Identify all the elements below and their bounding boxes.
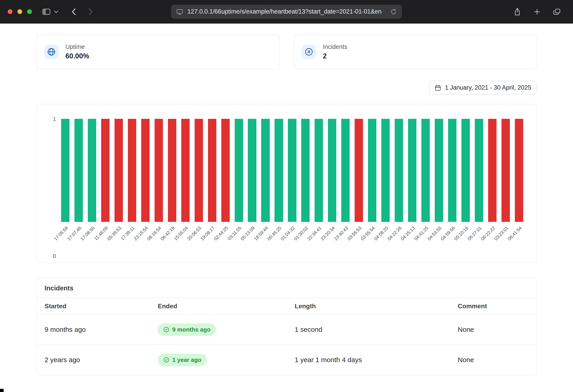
heartbeat-bar-down[interactable] [155,119,163,222]
bar-column [125,119,139,222]
heartbeat-bar-up[interactable] [74,119,83,222]
heartbeat-bar-up[interactable] [395,119,403,222]
heartbeat-bar-up[interactable] [435,119,443,222]
bar-column [365,119,379,222]
incidents-rows: 9 months ago9 months ago1 secondNone2 ye… [37,314,536,375]
heartbeat-bar-down[interactable] [221,119,230,222]
heartbeat-bar-down[interactable] [208,119,216,222]
back-button[interactable] [71,8,76,16]
heartbeat-chart-card: 1 0 17:05:5917:07:4617:08:5511:46:0905:3… [36,104,537,263]
incident-comment: None [458,326,528,333]
forward-button[interactable] [88,8,93,16]
heartbeat-bar-up[interactable] [248,119,256,222]
date-range-button[interactable]: 1 January, 2021 - 30 April, 2025 [429,81,537,95]
heartbeat-bar-up[interactable] [368,119,376,222]
heartbeat-bar-down[interactable] [515,119,523,222]
ended-status-badge: 1 year ago [158,354,207,366]
bar-column [72,119,85,222]
incident-row: 9 months ago9 months ago1 secondNone [37,314,536,344]
bar-column [446,119,459,222]
incident-started: 9 months ago [45,326,158,333]
browser-toolbar: 127.0.0.1/66uptime/s/example/heartbeat/1… [0,0,573,23]
heartbeat-bar-up[interactable] [288,119,296,222]
incidents-table-header: Started Ended Length Comment [37,298,536,314]
website-settings-icon[interactable] [176,8,183,15]
browser-window: 127.0.0.1/66uptime/s/example/heartbeat/1… [0,0,573,375]
bar-column [312,119,325,222]
bar-column [299,119,312,222]
bar-column [459,119,472,222]
heartbeat-bar-up[interactable] [235,119,243,222]
heartbeat-bar-down[interactable] [114,119,123,222]
bar-column [339,119,352,222]
reload-icon[interactable] [390,8,397,15]
heartbeat-bar-up[interactable] [461,119,470,222]
heartbeat-chart: 1 0 17:05:5917:07:4617:08:5511:46:0905:3… [59,119,526,257]
incident-started: 2 years ago [45,356,158,364]
bar-column [512,119,526,222]
heartbeat-bar-down[interactable] [181,119,190,222]
sidebar-toggle-icon[interactable] [42,8,51,15]
check-circle-icon [163,357,169,363]
heartbeat-bar-up[interactable] [421,119,430,222]
heartbeat-bar-down[interactable] [168,119,176,222]
share-icon[interactable] [514,8,521,16]
heartbeat-bar-up[interactable] [448,119,456,222]
ended-status-badge: 9 months ago [158,323,216,336]
bar-column [406,119,419,222]
y-tick-top: 1 [47,116,56,122]
uptime-card: Uptime 60.00% [36,35,279,69]
bar-column [219,119,232,222]
toolbar-right-controls [514,8,573,16]
address-bar[interactable]: 127.0.0.1/66uptime/s/example/heartbeat/1… [171,5,402,19]
incidents-label: Incidents [323,43,347,51]
heartbeat-bar-up[interactable] [475,119,483,222]
bar-column [392,119,406,222]
globe-icon [44,45,59,59]
heartbeat-bar-up[interactable] [315,119,323,222]
heartbeat-bar-down[interactable] [488,119,497,222]
bar-column [499,119,512,222]
uptime-value: 60.00% [65,52,89,60]
traffic-light-close[interactable] [8,9,12,14]
incidents-title: Incidents [37,278,536,298]
column-header-length: Length [295,303,458,310]
traffic-light-minimize[interactable] [18,9,22,14]
heartbeat-bar-up[interactable] [274,119,283,222]
uptime-label: Uptime [65,43,89,51]
x-tick: 06:41:54 [512,222,526,257]
heartbeat-bar-down[interactable] [355,119,363,222]
tab-overview-icon[interactable] [553,8,561,15]
x-circle-icon [302,45,316,59]
chart-x-labels: 17:05:5917:07:4617:08:5511:46:0905:39:53… [59,222,526,257]
heartbeat-bar-down[interactable] [101,119,109,222]
heartbeat-bar-down[interactable] [141,119,150,222]
bar-column [246,119,259,222]
incidents-card: Incidents 2 [294,35,537,69]
check-circle-icon [163,326,169,333]
bar-column [432,119,446,222]
new-tab-icon[interactable] [534,8,540,15]
traffic-light-zoom[interactable] [27,9,32,14]
heartbeat-bar-up[interactable] [408,119,416,222]
incident-ended: 1 year ago [158,354,295,366]
heartbeat-bar-up[interactable] [61,119,70,222]
heartbeat-bar-down[interactable] [501,119,510,222]
heartbeat-bar-down[interactable] [195,119,203,222]
calendar-icon [434,84,441,91]
heartbeat-bar-up[interactable] [341,119,350,222]
chevron-down-icon[interactable] [54,10,58,13]
incidents-section: Incidents Started Ended Length Comment 9… [36,278,537,375]
column-header-comment: Comment [458,303,528,310]
bar-column [379,119,392,222]
heartbeat-bar-down[interactable] [128,119,136,222]
heartbeat-bar-up[interactable] [88,119,96,222]
incident-length: 1 year 1 month 4 days [295,356,458,364]
heartbeat-bar-up[interactable] [301,119,310,222]
heartbeat-bar-up[interactable] [381,119,390,222]
heartbeat-bar-up[interactable] [328,119,336,222]
ended-badge-label: 9 months ago [172,326,211,333]
incidents-value: 2 [323,52,347,60]
bar-column [232,119,246,222]
heartbeat-bar-up[interactable] [261,119,269,222]
